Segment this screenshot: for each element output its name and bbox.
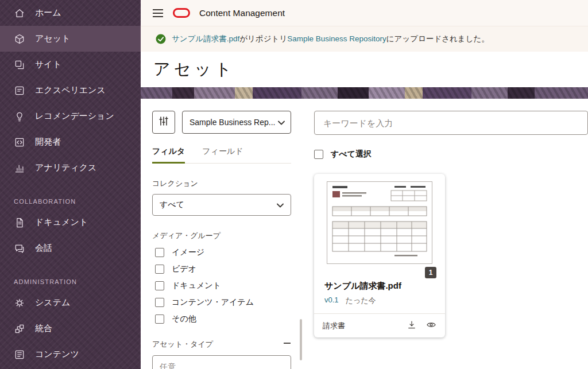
media-group-list: イメージ ビデオ ドキュメント コンテンツ・アイテム — [152, 247, 291, 324]
banner-image — [141, 87, 588, 99]
notification-text: サンプル請求書.pdfがリポジトリSample Business Reposit… — [172, 34, 489, 44]
repository-select[interactable]: Sample Business Rep... — [182, 111, 291, 134]
sidebar-section-collaboration: COLLABORATION — [0, 181, 141, 209]
page-title: アセット — [153, 58, 235, 81]
media-option-other[interactable]: その他 — [152, 314, 291, 324]
content-icon — [14, 349, 25, 360]
sidebar-item-label: ホーム — [35, 7, 61, 18]
sidebar-item-label: レコメンデーション — [35, 111, 114, 122]
notification-file-link[interactable]: サンプル請求書.pdf — [172, 34, 239, 43]
sidebar-item-label: ドキュメント — [35, 217, 88, 228]
success-check-icon — [156, 34, 166, 44]
checkbox[interactable] — [155, 281, 164, 290]
asset-thumbnail — [314, 181, 445, 264]
sidebar-item-recommendations[interactable]: レコメンデーション — [0, 103, 141, 129]
sidebar-item-conversations[interactable]: 会話 — [0, 235, 141, 261]
asset-card[interactable]: 1 サンプル請求書.pdf v0.1 たった今 請求書 — [314, 174, 445, 337]
collection-label: コレクション — [152, 178, 291, 189]
sidebar-item-integration[interactable]: 統合 — [0, 316, 141, 341]
checkbox[interactable] — [155, 248, 164, 257]
checkbox[interactable] — [155, 314, 164, 324]
media-option-image[interactable]: イメージ — [152, 247, 291, 258]
assets-icon — [14, 33, 25, 45]
chat-icon — [14, 243, 25, 254]
asset-filename: サンプル請求書.pdf — [314, 278, 445, 292]
asset-modified-time: たった今 — [346, 296, 376, 306]
sidebar-item-analytics[interactable]: アナリティクス — [0, 155, 141, 181]
asset-version-link[interactable]: v0.1 — [324, 296, 339, 306]
topbar: Content Management — [141, 0, 588, 26]
select-all-checkbox[interactable] — [314, 150, 323, 159]
media-option-document[interactable]: ドキュメント — [152, 281, 291, 291]
app-window: ホーム アセット サイト エクスペリエンス レコメンデーション 開発者 アナリテ… — [0, 0, 588, 369]
notification-bar: サンプル請求書.pdfがリポジトリSample Business Reposit… — [141, 26, 588, 52]
preview-eye-icon[interactable] — [426, 320, 436, 332]
hamburger-menu-icon[interactable] — [152, 9, 164, 18]
asset-meta: v0.1 たった今 — [314, 292, 445, 313]
notification-text-mid: がリポジトリ — [239, 34, 287, 43]
media-option-label: ビデオ — [172, 264, 196, 274]
sidebar-item-label: 開発者 — [35, 137, 61, 147]
document-icon — [14, 217, 25, 228]
app-title: Content Management — [199, 8, 285, 18]
content-area: Sample Business Rep... フィルタ フィールド コレクション… — [141, 99, 588, 369]
asset-card-footer: 請求書 — [314, 313, 445, 337]
sidebar-item-label: 統合 — [35, 323, 52, 334]
bar-chart-icon — [14, 162, 25, 174]
notification-repository-link[interactable]: Sample Business Repository — [287, 34, 386, 43]
asset-type-label: アセット・タイプ — [152, 339, 213, 349]
page-count-badge: 1 — [425, 267, 436, 278]
scrollbar-thumb[interactable] — [300, 319, 302, 360]
collection-select[interactable]: すべて — [152, 194, 291, 216]
lightbulb-icon — [14, 111, 25, 122]
select-all-label: すべて選択 — [331, 149, 372, 160]
media-option-label: その他 — [172, 314, 196, 324]
home-icon — [14, 7, 25, 19]
sidebar-item-label: コンテンツ — [35, 349, 79, 360]
tab-filter[interactable]: フィルタ — [152, 146, 185, 164]
sites-icon — [14, 59, 25, 71]
notification-text-end: にアップロードされました。 — [386, 34, 489, 43]
media-option-label: ドキュメント — [172, 281, 221, 291]
sliders-icon — [158, 116, 169, 129]
sidebar-item-assets[interactable]: アセット — [0, 26, 141, 52]
tab-fields[interactable]: フィールド — [202, 146, 243, 164]
asset-type-input[interactable] — [152, 355, 291, 369]
sidebar-item-label: アナリティクス — [35, 162, 96, 173]
checkbox[interactable] — [155, 265, 164, 274]
sidebar-item-sites[interactable]: サイト — [0, 52, 141, 77]
media-option-label: コンテンツ・アイテム — [172, 297, 254, 308]
media-option-content-item[interactable]: コンテンツ・アイテム — [152, 297, 291, 308]
repository-select-value: Sample Business Rep... — [189, 118, 275, 127]
asset-type-badge: 請求書 — [323, 321, 345, 331]
sidebar-item-developer[interactable]: 開発者 — [0, 129, 141, 155]
asset-type-section-header: アセット・タイプ — [152, 339, 291, 349]
download-icon[interactable] — [407, 320, 417, 332]
keyword-search-input[interactable] — [314, 111, 588, 135]
collapse-minus-icon[interactable] — [283, 339, 291, 349]
gear-icon — [14, 297, 25, 309]
media-group-label: メディア・グループ — [152, 231, 291, 241]
experiences-icon — [14, 85, 25, 96]
checkbox[interactable] — [155, 298, 164, 307]
media-option-video[interactable]: ビデオ — [152, 264, 291, 274]
sidebar-item-label: システム — [35, 297, 70, 308]
sidebar-item-experiences[interactable]: エクスペリエンス — [0, 77, 141, 103]
sidebar: ホーム アセット サイト エクスペリエンス レコメンデーション 開発者 アナリテ… — [0, 0, 141, 369]
sidebar-item-content[interactable]: コンテンツ — [0, 341, 141, 367]
sidebar-item-home[interactable]: ホーム — [0, 0, 141, 26]
sidebar-item-label: 会話 — [35, 243, 52, 254]
sidebar-section-administration: ADMINISTRATION — [0, 261, 141, 290]
developer-icon — [14, 137, 25, 148]
sidebar-item-label: サイト — [35, 59, 61, 70]
sidebar-item-label: アセット — [35, 33, 70, 44]
main-area: Content Management サンプル請求書.pdfがリポジトリSamp… — [141, 0, 588, 369]
media-option-label: イメージ — [172, 247, 204, 258]
results-panel: すべて選択 — [303, 99, 588, 369]
oracle-logo — [173, 8, 190, 18]
sidebar-item-documents[interactable]: ドキュメント — [0, 209, 141, 235]
title-area: アセット — [141, 52, 588, 87]
filter-settings-button[interactable] — [152, 111, 175, 134]
chevron-down-icon — [277, 200, 284, 209]
sidebar-item-system[interactable]: システム — [0, 290, 141, 316]
